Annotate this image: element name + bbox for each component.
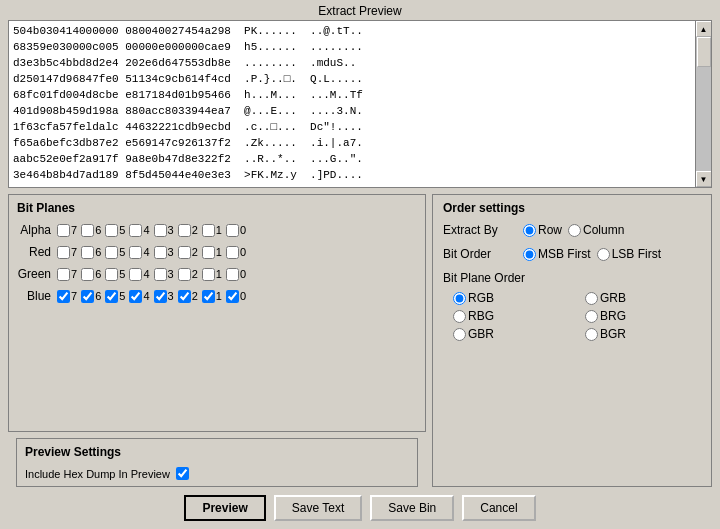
bit-plane-order-radio-grb[interactable] xyxy=(585,292,598,305)
bit-checkbox-green-7[interactable] xyxy=(57,268,70,281)
bit-item-red-7: 7 xyxy=(57,246,77,259)
bit-item-blue-4: 4 xyxy=(129,290,149,303)
bit-label-red-5: 5 xyxy=(119,246,125,258)
middle-section: Bit Planes Alpha76543210Red76543210Green… xyxy=(8,194,712,487)
bit-checkbox-green-1[interactable] xyxy=(202,268,215,281)
bit-label-green-3: 3 xyxy=(168,268,174,280)
bit-item-blue-5: 5 xyxy=(105,290,125,303)
bit-item-alpha-5: 5 xyxy=(105,224,125,237)
bit-checkbox-alpha-1[interactable] xyxy=(202,224,215,237)
bit-checkbox-blue-1[interactable] xyxy=(202,290,215,303)
bit-plane-order-radio-rgb[interactable] xyxy=(453,292,466,305)
bit-checkbox-red-0[interactable] xyxy=(226,246,239,259)
bit-checkbox-red-5[interactable] xyxy=(105,246,118,259)
bit-checkbox-alpha-7[interactable] xyxy=(57,224,70,237)
bit-label-blue-1: 1 xyxy=(216,290,222,302)
bit-checkbox-red-3[interactable] xyxy=(154,246,167,259)
lsb-first-radio[interactable] xyxy=(597,248,610,261)
save-text-button[interactable]: Save Text xyxy=(274,495,362,521)
bit-plane-order-radio-bgr[interactable] xyxy=(585,328,598,341)
preview-button[interactable]: Preview xyxy=(184,495,265,521)
bit-order-label: Bit Order xyxy=(443,247,515,261)
extract-by-row-label: Row xyxy=(538,223,562,237)
bit-checkbox-alpha-3[interactable] xyxy=(154,224,167,237)
cancel-button[interactable]: Cancel xyxy=(462,495,535,521)
bit-item-blue-1: 1 xyxy=(202,290,222,303)
preview-settings-row: Include Hex Dump In Preview xyxy=(25,467,409,480)
bit-checkbox-blue-7[interactable] xyxy=(57,290,70,303)
bit-label-green-1: 1 xyxy=(216,268,222,280)
include-hex-dump-checkbox[interactable] xyxy=(176,467,189,480)
extract-by-row-option: Row xyxy=(523,223,562,237)
bit-item-green-4: 4 xyxy=(129,268,149,281)
bit-checkbox-alpha-6[interactable] xyxy=(81,224,94,237)
scrollbar-track xyxy=(696,37,711,171)
bit-plane-order-radio-gbr[interactable] xyxy=(453,328,466,341)
bit-row-blue: Blue76543210 xyxy=(17,289,417,303)
scroll-down-button[interactable]: ▼ xyxy=(696,171,712,187)
bit-item-red-2: 2 xyxy=(178,246,198,259)
bit-checkbox-green-2[interactable] xyxy=(178,268,191,281)
bit-item-green-7: 7 xyxy=(57,268,77,281)
bit-checkbox-alpha-4[interactable] xyxy=(129,224,142,237)
bit-row-label-green: Green xyxy=(17,267,55,281)
bit-item-alpha-3: 3 xyxy=(154,224,174,237)
bit-label-alpha-3: 3 xyxy=(168,224,174,236)
lsb-first-label: LSB First xyxy=(612,247,661,261)
extract-by-row-radio[interactable] xyxy=(523,224,536,237)
save-bin-button[interactable]: Save Bin xyxy=(370,495,454,521)
bit-checkbox-blue-6[interactable] xyxy=(81,290,94,303)
bit-checkbox-alpha-5[interactable] xyxy=(105,224,118,237)
bit-checkbox-green-3[interactable] xyxy=(154,268,167,281)
bit-plane-order-radio-rbg[interactable] xyxy=(453,310,466,323)
bit-label-alpha-7: 7 xyxy=(71,224,77,236)
extract-by-row: Extract By Row Column xyxy=(443,223,701,237)
bit-plane-order-label-gbr: GBR xyxy=(468,327,494,341)
bit-checkbox-blue-5[interactable] xyxy=(105,290,118,303)
scrollbar: ▲ ▼ xyxy=(695,21,711,187)
bit-label-blue-0: 0 xyxy=(240,290,246,302)
bit-checkbox-alpha-2[interactable] xyxy=(178,224,191,237)
bit-row-alpha: Alpha76543210 xyxy=(17,223,417,237)
bit-label-green-4: 4 xyxy=(143,268,149,280)
bit-checkbox-blue-0[interactable] xyxy=(226,290,239,303)
bit-checkbox-green-6[interactable] xyxy=(81,268,94,281)
bit-checkbox-blue-2[interactable] xyxy=(178,290,191,303)
scroll-up-button[interactable]: ▲ xyxy=(696,21,712,37)
bit-label-green-6: 6 xyxy=(95,268,101,280)
bit-item-red-4: 4 xyxy=(129,246,149,259)
bit-checkbox-red-4[interactable] xyxy=(129,246,142,259)
bit-row-red: Red76543210 xyxy=(17,245,417,259)
bit-checkbox-green-0[interactable] xyxy=(226,268,239,281)
bit-checkbox-alpha-0[interactable] xyxy=(226,224,239,237)
bottom-bar: Preview Save Text Save Bin Cancel xyxy=(0,487,720,529)
bit-plane-order-option-grb: GRB xyxy=(585,291,701,305)
bit-checkbox-green-5[interactable] xyxy=(105,268,118,281)
bit-plane-order-radio-brg[interactable] xyxy=(585,310,598,323)
bit-label-alpha-6: 6 xyxy=(95,224,101,236)
bit-item-blue-3: 3 xyxy=(154,290,174,303)
bit-item-green-3: 3 xyxy=(154,268,174,281)
bit-item-alpha-4: 4 xyxy=(129,224,149,237)
bit-item-green-5: 5 xyxy=(105,268,125,281)
msb-first-radio[interactable] xyxy=(523,248,536,261)
bit-item-alpha-2: 2 xyxy=(178,224,198,237)
bit-plane-order-option-gbr: GBR xyxy=(453,327,569,341)
bit-checkbox-blue-4[interactable] xyxy=(129,290,142,303)
bit-row-green: Green76543210 xyxy=(17,267,417,281)
bit-planes-title: Bit Planes xyxy=(17,201,417,215)
bit-checkbox-red-2[interactable] xyxy=(178,246,191,259)
bit-checkbox-red-7[interactable] xyxy=(57,246,70,259)
bit-checkbox-blue-3[interactable] xyxy=(154,290,167,303)
extract-by-col-radio[interactable] xyxy=(568,224,581,237)
scrollbar-thumb[interactable] xyxy=(697,37,711,67)
extract-by-col-label: Column xyxy=(583,223,624,237)
bit-checkbox-green-4[interactable] xyxy=(129,268,142,281)
bit-checkbox-red-6[interactable] xyxy=(81,246,94,259)
bit-checkbox-red-1[interactable] xyxy=(202,246,215,259)
order-settings-panel: Order settings Extract By Row Column Bit… xyxy=(432,194,712,487)
bit-item-alpha-7: 7 xyxy=(57,224,77,237)
bit-item-alpha-0: 0 xyxy=(226,224,246,237)
bit-item-red-0: 0 xyxy=(226,246,246,259)
bit-row-label-red: Red xyxy=(17,245,55,259)
